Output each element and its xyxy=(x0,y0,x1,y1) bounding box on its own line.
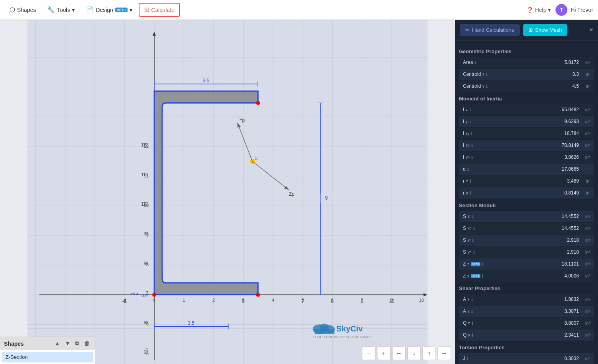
panel-header: ✏ Hand Calculations ⊞ Show Mesh × xyxy=(455,20,598,40)
prop-value-iyp: 3.8626 xyxy=(491,154,581,160)
hand-calculations-button[interactable]: ✏ Hand Calculations xyxy=(460,24,520,36)
nav-calculate[interactable]: ⊞ Calculate xyxy=(139,3,180,17)
info-icon[interactable]: ℹ xyxy=(472,214,474,219)
prop-name-iz: Iz ℹ xyxy=(459,107,491,112)
geometric-section-title: Geometric Properties xyxy=(459,48,594,54)
info-icon[interactable]: ℹ xyxy=(474,60,476,65)
prop-unit-alpha: ° xyxy=(581,167,594,171)
list-item[interactable]: Z-Section xyxy=(2,352,93,362)
table-row: Centroidz ℹ 3.3 in xyxy=(459,69,594,80)
svg-text:5: 5 xyxy=(302,298,304,302)
canvas-area[interactable]: 5 7 8 9 10 -1 8 9 10 11 12 7 6 5 -5 8 9 … xyxy=(0,20,455,364)
show-mesh-button[interactable]: ⊞ Show Mesh xyxy=(523,24,568,36)
svg-text:SkyCiv: SkyCiv xyxy=(337,324,363,333)
svg-point-70 xyxy=(152,293,156,297)
info-icon[interactable]: ℹ xyxy=(472,238,474,243)
shapes-icon: ⬡ xyxy=(10,6,15,13)
nav-tools[interactable]: 🔧 Tools ▾ xyxy=(42,4,79,16)
svg-text:3.5: 3.5 xyxy=(188,320,195,326)
info-icon[interactable]: ℹ xyxy=(469,107,471,112)
move-up-icon[interactable]: ▲ xyxy=(53,339,62,348)
tools-dropdown-icon: ▾ xyxy=(72,7,75,13)
info-icon[interactable]: ℹ xyxy=(471,131,472,136)
shapes-panel: Shapes ▲ ▼ ⧉ 🗑 Z-Section xyxy=(0,337,95,364)
info-icon[interactable]: ℹ xyxy=(470,191,471,196)
table-row: Az ℹ 1.8832 in² xyxy=(459,294,594,305)
design-icon: 📄 xyxy=(86,6,94,13)
canvas-toolbar: − + ← ↓ ↑ → xyxy=(362,347,451,360)
zoom-out-button[interactable]: − xyxy=(362,347,375,360)
info-icon[interactable]: ℹ xyxy=(473,226,475,231)
prop-unit-rz: in xyxy=(581,179,594,183)
pan-right-button[interactable]: → xyxy=(437,347,451,360)
shapes-header-icons: ▲ ▼ ⧉ 🗑 xyxy=(53,339,91,348)
table-row: ry ℹ 0.8149 in xyxy=(459,187,594,198)
user-menu[interactable]: T Hi Trevor xyxy=(555,4,593,16)
info-icon[interactable]: ℹ xyxy=(471,309,473,314)
pan-up-button[interactable]: ↑ xyxy=(422,347,436,360)
svg-text:Yp: Yp xyxy=(239,117,245,123)
copy-icon[interactable]: ⧉ xyxy=(74,339,81,348)
prop-value-centroidz: 3.3 xyxy=(491,71,581,77)
main-content: 5 7 8 9 10 -1 8 9 10 11 12 7 6 5 -5 8 9 … xyxy=(0,20,598,364)
table-row: Qz ℹ 8.8007 in³ xyxy=(459,318,594,329)
prop-name-syb: Syb ℹ xyxy=(459,249,491,255)
zoom-in-button[interactable]: + xyxy=(377,347,391,360)
nav-design[interactable]: 📄 Design BETA ▾ xyxy=(81,4,137,16)
prop-value-area: 5.8172 xyxy=(491,60,581,65)
info-icon[interactable]: ℹ xyxy=(467,356,468,361)
svg-text:2: 2 xyxy=(213,298,215,302)
info-icon[interactable]: ℹ xyxy=(486,72,488,77)
info-icon[interactable]: ℹ xyxy=(472,321,473,326)
properties-content: Geometric Properties Area ℹ 5.8172 in² C… xyxy=(455,40,598,364)
svg-rect-99 xyxy=(315,329,335,334)
prop-name-syt: Syt ℹ xyxy=(459,237,491,243)
svg-text:1: 1 xyxy=(183,298,185,302)
info-icon[interactable]: ℹ xyxy=(486,84,488,89)
table-row: ZzBETA ℹ 18.1101 in³ xyxy=(459,258,594,270)
info-icon[interactable]: ℹ xyxy=(471,155,473,160)
svg-text:4: 4 xyxy=(272,298,274,302)
svg-text:11: 11 xyxy=(144,173,149,178)
move-down-icon[interactable]: ▼ xyxy=(63,339,72,348)
info-icon[interactable]: ℹ xyxy=(470,179,471,184)
prop-name-j: J ℹ xyxy=(459,356,491,361)
table-row: ZyBETA ℹ 4.0006 in³ xyxy=(459,270,594,281)
beta-badge: BETA xyxy=(115,8,128,12)
close-button[interactable]: × xyxy=(589,26,593,34)
pencil-icon: ✏ xyxy=(465,27,470,33)
prop-unit-area: in² xyxy=(581,60,594,65)
help-button[interactable]: ❓ Help ▾ xyxy=(526,7,551,13)
prop-unit-szb: in³ xyxy=(581,226,594,231)
prop-name-qz: Qz ℹ xyxy=(459,320,491,326)
table-row: Izy ℹ 18.784 in⁴ xyxy=(459,128,594,139)
prop-value-szt: 14.4552 xyxy=(491,214,581,219)
info-icon[interactable]: ℹ xyxy=(469,119,471,124)
pan-down-button[interactable]: ↓ xyxy=(407,347,421,360)
nav-shapes[interactable]: ⬡ Shapes xyxy=(5,4,41,16)
table-row: rz ℹ 3.489 in xyxy=(459,175,594,187)
svg-text:6: 6 xyxy=(331,298,334,302)
prop-name-iyp: Iyp ℹ xyxy=(459,154,491,160)
info-icon[interactable]: ℹ xyxy=(482,273,484,279)
info-icon[interactable]: ℹ xyxy=(467,167,469,172)
nav-right: ❓ Help ▾ T Hi Trevor xyxy=(526,4,593,16)
info-icon[interactable]: ℹ xyxy=(471,297,473,302)
svg-point-71 xyxy=(256,101,260,105)
svg-text:9: 9 xyxy=(146,233,149,237)
prop-value-ay: 3.3071 xyxy=(491,308,581,314)
info-icon[interactable]: ℹ xyxy=(472,333,473,338)
pan-left-button[interactable]: ← xyxy=(392,347,406,360)
info-icon[interactable]: ℹ xyxy=(482,262,484,267)
prop-unit-qz: in³ xyxy=(581,321,594,325)
prop-unit-qy: in³ xyxy=(581,333,594,337)
prop-unit-iyp: in⁴ xyxy=(581,155,594,160)
info-icon[interactable]: ℹ xyxy=(471,143,473,148)
svg-point-72 xyxy=(256,293,260,297)
svg-text:-1: -1 xyxy=(123,298,127,302)
design-dropdown-icon: ▾ xyxy=(130,7,132,13)
grid-icon: ⊞ xyxy=(528,27,533,33)
info-icon[interactable]: ℹ xyxy=(473,250,475,255)
delete-icon[interactable]: 🗑 xyxy=(82,339,91,348)
prop-name-ay: Ay ℹ xyxy=(459,308,491,314)
